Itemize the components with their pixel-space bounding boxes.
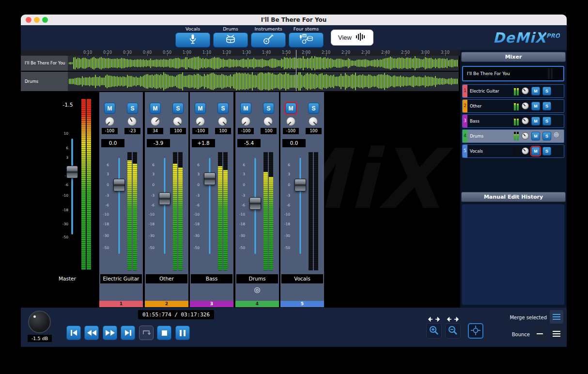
skip-start-button[interactable]: [66, 326, 81, 340]
separation-knob[interactable]: [127, 117, 137, 126]
focus-icon[interactable]: ◎: [235, 285, 279, 294]
pan-knob[interactable]: [522, 147, 529, 155]
scale-label: 6: [56, 146, 68, 150]
mixer-track-row[interactable]: 4 Drums M S ◎: [462, 129, 564, 143]
pan-knob[interactable]: [286, 117, 295, 126]
skip-end-button[interactable]: [121, 326, 135, 340]
scale-label: 0: [146, 183, 155, 187]
scale-label: 10: [56, 132, 68, 136]
mute-button[interactable]: M: [104, 103, 115, 114]
mixer-sidebar: Mixer I'll Be There For You 1 Electric G…: [460, 50, 567, 308]
track-name: Vocals: [470, 145, 483, 157]
scale-label: -6: [191, 203, 200, 207]
separation-knob[interactable]: [309, 117, 318, 126]
volume-knob[interactable]: [28, 311, 51, 333]
mixer-track-row[interactable]: 3 Bass M S ◎: [462, 114, 564, 128]
zoom-out-button[interactable]: [445, 323, 461, 339]
separation-knob[interactable]: [218, 117, 227, 126]
solo-button[interactable]: S: [542, 117, 551, 125]
knob-indicator: [523, 104, 526, 107]
mixer-track-row[interactable]: 1 Electric Guitar M S ◎: [462, 84, 564, 98]
solo-button[interactable]: S: [127, 103, 138, 114]
separation-knob[interactable]: [263, 117, 273, 126]
app-window: I'll Be There For You Vocals Drums Instr…: [21, 15, 567, 347]
fader-scale: 630-3-6-10-18-30-50: [281, 152, 290, 270]
stop-button[interactable]: [157, 326, 171, 340]
mixer-track-row[interactable]: 2 Other M S ◎: [462, 99, 564, 113]
track-name: Bass: [470, 115, 480, 127]
scale-label: 0: [281, 183, 290, 187]
scale-label: -50: [56, 235, 68, 239]
zoom-in-button[interactable]: [426, 323, 442, 339]
mute-button[interactable]: M: [150, 103, 161, 114]
rewind-button[interactable]: [84, 326, 99, 340]
drums-stem-button[interactable]: [213, 32, 248, 47]
four-stems-button[interactable]: [289, 32, 324, 47]
fader-handle[interactable]: [113, 179, 125, 191]
knob-indicator: [313, 122, 316, 125]
pan-knob[interactable]: [241, 117, 250, 126]
mute-button[interactable]: M: [531, 132, 540, 140]
mixer-master-row[interactable]: I'll Be There For You: [462, 66, 564, 81]
master-fader-handle[interactable]: [66, 166, 78, 178]
separation-knob[interactable]: [173, 117, 182, 126]
mute-button[interactable]: M: [531, 147, 540, 156]
waveform-track-song[interactable]: [68, 56, 459, 71]
focus-icon[interactable]: ◎: [554, 131, 558, 138]
knob-indicator: [197, 122, 201, 125]
pan-knob[interactable]: [151, 117, 160, 126]
scale-label: -3: [236, 194, 245, 198]
solo-button[interactable]: S: [217, 103, 229, 114]
mute-button[interactable]: M: [195, 103, 206, 114]
pan-knob[interactable]: [522, 117, 529, 125]
vocals-stem-button[interactable]: [175, 32, 210, 47]
mixer-track-row[interactable]: 5 Vocals M S ◎: [462, 144, 564, 158]
solo-button[interactable]: S: [542, 147, 551, 156]
pan-knob[interactable]: [522, 87, 529, 94]
knob-indicator: [523, 134, 526, 137]
view-button[interactable]: View: [331, 30, 373, 46]
instruments-stem-button[interactable]: [251, 32, 286, 47]
knob-indicator: [129, 118, 132, 122]
solo-button[interactable]: S: [308, 103, 319, 114]
mute-button[interactable]: M: [285, 103, 296, 114]
solo-button[interactable]: S: [542, 102, 551, 110]
bounce-remove-button[interactable]: [533, 327, 546, 341]
pan-knob[interactable]: [522, 102, 529, 109]
waveform-track-drums[interactable]: [68, 72, 459, 91]
knob-value-readout: 100: [306, 128, 322, 134]
pan-knob[interactable]: [105, 117, 114, 126]
mute-button[interactable]: M: [531, 117, 540, 125]
fader-handle[interactable]: [159, 192, 170, 205]
channel-number: 3: [190, 301, 233, 307]
locate-playhead-button[interactable]: [468, 323, 483, 339]
mute-button[interactable]: M: [240, 103, 251, 114]
microphone-icon: [187, 33, 199, 47]
pause-button[interactable]: [175, 326, 190, 340]
bounce-options-button[interactable]: [550, 327, 563, 341]
knob-indicator: [243, 122, 246, 125]
fader-scale: 630-3-6-10-18-30-50: [236, 152, 245, 270]
fader-area: 630-3-6-10-18-30-50: [99, 152, 143, 270]
mute-button[interactable]: M: [531, 87, 540, 95]
knob-indicator: [33, 315, 36, 318]
solo-button[interactable]: S: [542, 132, 551, 140]
solo-button[interactable]: S: [172, 103, 184, 114]
fast-forward-button[interactable]: [103, 326, 117, 340]
solo-button[interactable]: S: [263, 103, 274, 114]
channel-number: 4: [235, 301, 279, 307]
fader-handle[interactable]: [249, 197, 261, 210]
fader-handle[interactable]: [204, 172, 216, 185]
playhead[interactable]: [296, 50, 296, 91]
loop-button[interactable]: [139, 326, 154, 340]
pan-knob[interactable]: [522, 132, 529, 140]
scale-label: -50: [236, 246, 245, 250]
logo-text: DeMiX: [493, 30, 546, 46]
fader-handle[interactable]: [294, 179, 306, 191]
master-track-name: I'll Be There For You: [467, 67, 510, 80]
scale-label: -10: [56, 194, 68, 198]
merge-options-button[interactable]: [550, 310, 563, 324]
mute-button[interactable]: M: [531, 102, 540, 110]
solo-button[interactable]: S: [542, 87, 551, 95]
pan-knob[interactable]: [196, 117, 205, 126]
